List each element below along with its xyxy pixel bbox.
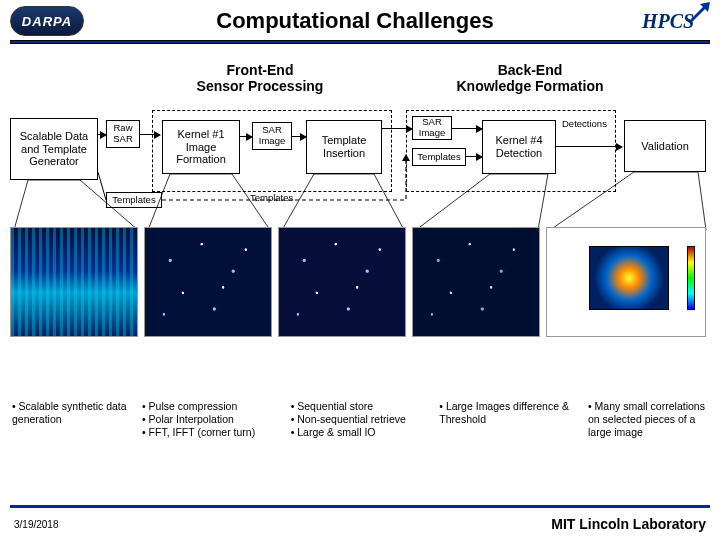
arrow-up-icon	[688, 0, 712, 24]
bullet-text: • Large & small IO	[291, 426, 430, 439]
hpcs-logo-text: HPCS	[642, 10, 694, 33]
title-rule	[10, 40, 710, 44]
bullet-text: • Sequential store	[291, 400, 430, 413]
thumb-template-insert	[278, 227, 406, 337]
box-generator: Scalable Data and Template Generator	[10, 118, 98, 180]
bullet-text: • FFT, IFFT (corner turn)	[142, 426, 281, 439]
footer-date: 3/19/2018	[14, 519, 59, 530]
arrow-icon	[292, 136, 306, 137]
arrow-icon	[466, 156, 482, 157]
thumb-raw-data	[10, 227, 138, 337]
box-sar-image: SAR Image	[252, 122, 292, 150]
bullet-text: • Many small correlations on selected pi…	[588, 400, 708, 439]
arrow-icon	[240, 136, 252, 137]
thumb-validation	[546, 227, 706, 337]
box-kernel4: Kernel #4 Detection	[482, 120, 556, 174]
bullets-col2: • Pulse compression • Polar Interpolatio…	[142, 400, 281, 439]
section-label-front: Front-End Sensor Processing	[170, 62, 350, 94]
box-validation: Validation	[624, 120, 706, 172]
section-label-back: Back-End Knowledge Formation	[430, 62, 630, 94]
bullet-text: • Polar Interpolation	[142, 413, 281, 426]
arrow-icon	[556, 146, 622, 147]
pipeline-diagram: Front-End Sensor Processing Back-End Kno…	[10, 62, 710, 372]
bullets-row: • Scalable synthetic data generation • P…	[12, 400, 708, 439]
label-detections: Detections	[562, 118, 616, 136]
footer-org: MIT Lincoln Laboratory	[551, 516, 706, 532]
darpa-logo: DARPA	[10, 6, 84, 36]
bullet-text: • Large Images difference & Threshold	[439, 400, 578, 426]
arrow-icon	[98, 134, 106, 135]
box-sar-image-2: SAR Image	[412, 116, 452, 140]
bullet-text: • Non-sequential retrieve	[291, 413, 430, 426]
bullets-col1: • Scalable synthetic data generation	[12, 400, 132, 439]
arrow-icon	[382, 128, 412, 129]
box-raw-sar: Raw SAR	[106, 120, 140, 148]
thumbnail-row	[10, 227, 710, 337]
box-kernel1: Kernel #1 Image Formation	[162, 120, 240, 174]
bullets-col4: • Large Images difference & Threshold	[439, 400, 578, 439]
label-templates-mid: Templates	[250, 192, 310, 208]
bullets-col3: • Sequential store • Non-sequential retr…	[291, 400, 430, 439]
box-template-insertion: Template Insertion	[306, 120, 382, 174]
bullet-text: • Scalable synthetic data generation	[12, 400, 132, 426]
box-templates-2: Templates	[412, 148, 466, 166]
thumb-detection	[412, 227, 540, 337]
page-title: Computational Challenges	[94, 8, 616, 34]
arrow-icon	[140, 134, 160, 135]
hpcs-logo: HPCS	[626, 6, 710, 36]
arrow-icon	[452, 128, 482, 129]
footer-rule	[10, 505, 710, 508]
bullet-text: • Pulse compression	[142, 400, 281, 413]
thumb-sar-image	[144, 227, 272, 337]
bullets-col5: • Many small correlations on selected pi…	[588, 400, 708, 439]
box-templates-1: Templates	[106, 192, 162, 208]
